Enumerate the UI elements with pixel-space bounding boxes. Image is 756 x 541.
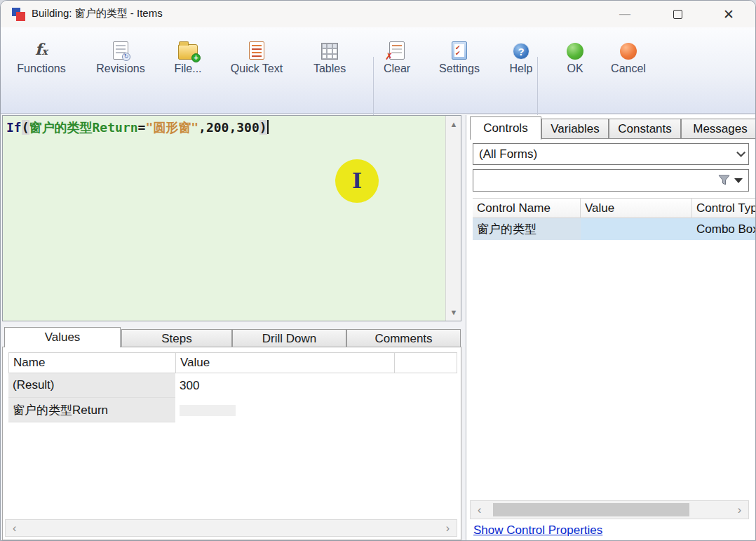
- values-table-header: Name Value: [8, 352, 457, 373]
- control-type-cell: Combo Box: [692, 218, 756, 240]
- filter-input[interactable]: [473, 170, 718, 191]
- functions-icon: fx: [35, 41, 48, 60]
- settings-icon: ✔ ✔: [452, 41, 467, 60]
- filter-funnel-icon[interactable]: [718, 175, 730, 186]
- values-table: Name Value (Result) 300 窗户的类型Return: [8, 352, 457, 422]
- row-name-cell: (Result): [8, 373, 175, 398]
- settings-button[interactable]: ✔ ✔ Settings: [431, 36, 487, 103]
- filter-dropdown-arrow-icon[interactable]: [734, 178, 743, 183]
- cancel-label: Cancel: [611, 62, 646, 75]
- filter-box: [473, 169, 749, 192]
- tab-variables[interactable]: Variables: [541, 119, 609, 139]
- header-label: Name: [13, 356, 45, 370]
- values-horizontal-scrollbar[interactable]: ‹ ›: [5, 519, 457, 537]
- functions-button[interactable]: fx Functions: [8, 36, 75, 103]
- tab-messages[interactable]: Messages: [681, 119, 756, 139]
- controls-header-name[interactable]: Control Name: [473, 199, 581, 218]
- tables-icon: [321, 43, 338, 60]
- tab-constants-label: Constants: [618, 122, 672, 136]
- table-row[interactable]: 窗户的类型Return: [8, 398, 457, 422]
- scroll-left-icon[interactable]: ‹: [478, 501, 481, 519]
- formula-segment: 窗户的类型Return: [29, 120, 138, 135]
- help-button[interactable]: ? Help: [500, 36, 542, 103]
- values-header-value[interactable]: Value: [176, 353, 395, 373]
- toolbar: fx Functions ▼ ↻ Revisions + File... Qui…: [1, 27, 756, 114]
- controls-table: Control Name Value Control Type 窗户的类型 Co…: [473, 198, 756, 240]
- tab-drill-down[interactable]: Drill Down: [232, 329, 346, 347]
- chevron-down-icon: [736, 148, 745, 157]
- formula-line: If(窗户的类型Return="圆形窗",200,300): [6, 119, 269, 136]
- controls-header-value[interactable]: Value: [581, 199, 692, 218]
- formula-segment: ): [259, 120, 267, 135]
- row-name-cell: 窗户的类型Return: [8, 398, 175, 422]
- tab-values-label: Values: [45, 330, 81, 345]
- file-label: File...: [174, 62, 201, 75]
- forms-dropdown[interactable]: (All Forms): [473, 143, 749, 165]
- control-name-cell: 窗户的类型: [473, 218, 581, 240]
- scroll-right-icon[interactable]: ›: [738, 501, 741, 519]
- clear-label: Clear: [384, 62, 410, 75]
- scroll-left-icon[interactable]: ‹: [13, 520, 16, 536]
- cancel-button[interactable]: Cancel: [604, 36, 653, 103]
- ok-button[interactable]: OK: [558, 36, 592, 103]
- ibeam-cursor-icon: I: [352, 171, 362, 192]
- maximize-icon: [673, 10, 682, 19]
- formula-segment: (: [22, 120, 29, 135]
- tab-comments[interactable]: Comments: [346, 329, 461, 347]
- header-label: Value: [585, 201, 614, 215]
- tab-comments-label: Comments: [374, 332, 432, 346]
- functions-label: Functions: [17, 62, 65, 75]
- help-icon: ?: [513, 43, 529, 60]
- scroll-up-icon[interactable]: ▲: [446, 120, 461, 128]
- row-value-cell: [175, 398, 394, 422]
- app-logo-icon: [12, 8, 26, 22]
- file-add-icon: +: [178, 44, 198, 60]
- tab-values[interactable]: Values: [4, 327, 121, 347]
- tab-drill-down-label: Drill Down: [262, 332, 316, 346]
- show-control-properties-link[interactable]: Show Control Properties: [473, 523, 602, 537]
- close-button[interactable]: ✕: [713, 1, 745, 27]
- editor-vertical-scrollbar[interactable]: ▲ ▼: [445, 116, 461, 321]
- clear-button[interactable]: ✗ Clear: [378, 36, 416, 103]
- bottom-tab-bar: Values Steps Drill Down Comments: [2, 327, 461, 347]
- row-value-cell: 300: [175, 373, 394, 398]
- scroll-down-icon[interactable]: ▼: [446, 308, 461, 316]
- table-row-selected[interactable]: 窗户的类型 Combo Box: [473, 218, 756, 240]
- tables-button[interactable]: Tables: [304, 36, 356, 103]
- controls-horizontal-scrollbar[interactable]: ‹ ›: [470, 500, 749, 519]
- control-value-cell: [581, 218, 692, 240]
- right-tab-bar: Controls Variables Constants Messages: [466, 116, 756, 139]
- title-bar: Building: 窗户的类型 - Items — ✕: [1, 1, 756, 27]
- tab-messages-label: Messages: [693, 122, 747, 136]
- table-row[interactable]: (Result) 300: [8, 373, 457, 398]
- revisions-button[interactable]: ↻ Revisions: [83, 36, 158, 103]
- quick-text-icon: [249, 41, 264, 60]
- tab-constants[interactable]: Constants: [609, 119, 681, 139]
- tables-label: Tables: [313, 62, 346, 75]
- header-label: Control Name: [477, 201, 551, 215]
- values-panel: Name Value (Result) 300 窗户的类型Return ‹ ›: [2, 347, 461, 540]
- minimize-button[interactable]: —: [609, 1, 641, 27]
- tab-steps[interactable]: Steps: [121, 329, 232, 347]
- window-title: Building: 窗户的类型 - Items: [32, 7, 163, 20]
- formula-segment: "圆形窗": [145, 120, 198, 135]
- scrollbar-thumb[interactable]: [493, 503, 689, 516]
- controls-panel: Controls Variables Constants Messages (A…: [466, 115, 756, 541]
- values-header-extra: [395, 353, 457, 373]
- file-button[interactable]: + File...: [165, 36, 211, 103]
- settings-label: Settings: [439, 62, 480, 75]
- ok-icon: [567, 43, 583, 60]
- controls-header-type[interactable]: Control Type: [692, 199, 756, 218]
- formula-editor[interactable]: If(窗户的类型Return="圆形窗",200,300) I ▲ ▼: [2, 115, 461, 321]
- tab-steps-label: Steps: [161, 332, 191, 346]
- revisions-label: Revisions: [96, 62, 144, 75]
- scroll-right-icon[interactable]: ›: [446, 520, 450, 536]
- text-caret: [267, 120, 269, 134]
- quick-text-button[interactable]: Quick Text: [218, 36, 295, 103]
- tab-controls[interactable]: Controls: [470, 116, 541, 140]
- formula-segment: =: [138, 120, 146, 135]
- cursor-highlight: I: [335, 159, 379, 203]
- values-header-name[interactable]: Name: [9, 353, 176, 373]
- empty-value-placeholder: [180, 405, 236, 416]
- maximize-button[interactable]: [661, 1, 694, 27]
